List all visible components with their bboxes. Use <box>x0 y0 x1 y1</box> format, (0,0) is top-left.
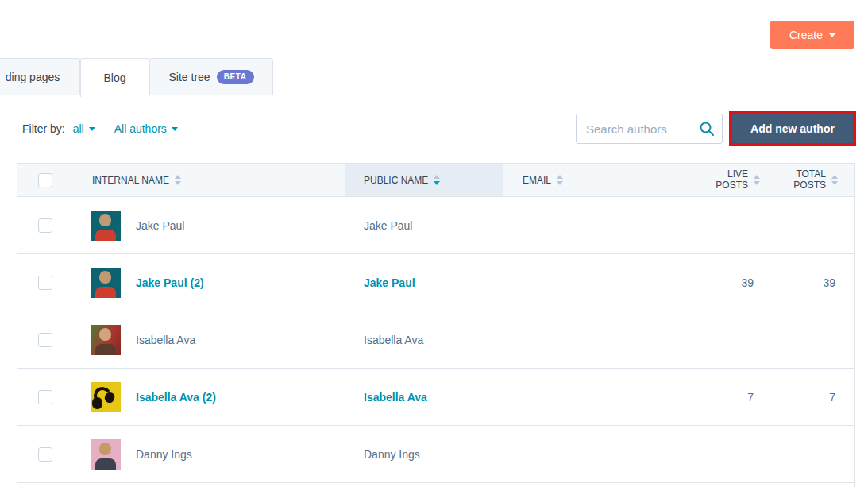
top-bar: Create <box>0 0 868 58</box>
live-posts-cell: 39 <box>680 276 763 289</box>
filter-type-value: all <box>73 122 84 135</box>
public-name-link[interactable]: Jake Paul <box>364 276 415 289</box>
create-button-label: Create <box>789 29 823 41</box>
filter-authors-dropdown[interactable]: All authors <box>114 122 178 135</box>
tab-site-tree[interactable]: Site tree BETA <box>149 58 273 95</box>
column-label: LIVE POSTS <box>713 169 748 191</box>
beta-badge: BETA <box>217 70 254 84</box>
tab-site-tree-label: Site tree <box>168 71 210 83</box>
chevron-down-icon <box>829 33 835 37</box>
internal-name-cell: Jake Paul (2) <box>73 268 345 298</box>
internal-name-cell: Isabella Ava (2) <box>73 382 345 412</box>
column-label: INTERNAL NAME <box>92 175 169 186</box>
public-name-cell: Isabella Ava <box>345 333 503 347</box>
internal-name: Jake Paul <box>136 219 184 232</box>
sort-arrows-icon <box>557 175 563 185</box>
column-label: TOTAL POSTS <box>791 169 826 191</box>
public-name: Jake Paul <box>364 219 412 232</box>
chevron-down-icon <box>89 127 95 131</box>
tab-blog-label: Blog <box>103 72 125 84</box>
row-checkbox[interactable] <box>38 218 52 233</box>
chevron-down-icon <box>172 127 178 131</box>
select-all-checkbox[interactable] <box>38 173 52 187</box>
public-name-link[interactable]: Isabella Ava <box>364 391 427 404</box>
filter-authors-value: All authors <box>114 122 167 135</box>
table-row: Jake Paul Jake Paul <box>17 197 854 254</box>
checkbox-cell <box>17 390 73 404</box>
total-posts-cell: 7 <box>763 391 856 404</box>
checkbox-cell <box>17 333 73 347</box>
column-header-email[interactable]: EMAIL <box>503 164 680 196</box>
author-avatar <box>91 439 121 470</box>
public-name: Danny Ings <box>364 448 420 461</box>
column-label: PUBLIC NAME <box>364 175 428 186</box>
tab-landing-pages-label: ding pages <box>6 71 60 83</box>
author-avatar <box>91 382 121 412</box>
search-box <box>576 114 723 144</box>
tab-bar: ding pages Blog Site tree BETA <box>0 58 868 95</box>
table-row: Jake Paul (2) Jake Paul 39 39 <box>17 254 854 311</box>
sort-arrows-icon <box>754 175 760 185</box>
internal-name-link[interactable]: Isabella Ava (2) <box>136 391 216 404</box>
authors-table: INTERNAL NAME PUBLIC NAME EMAIL LIVE POS… <box>17 163 855 487</box>
internal-name: Danny Ings <box>136 448 192 461</box>
table-row: Isabella Ava (2) Isabella Ava 7 7 <box>17 369 854 426</box>
row-checkbox[interactable] <box>38 276 52 290</box>
total-posts-cell: 39 <box>763 276 856 289</box>
create-button[interactable]: Create <box>770 21 854 49</box>
column-header-internal-name[interactable]: INTERNAL NAME <box>73 164 345 196</box>
author-avatar <box>91 325 121 355</box>
live-posts-cell: 7 <box>680 391 763 404</box>
row-checkbox[interactable] <box>38 447 52 462</box>
internal-name: Isabella Ava <box>136 334 195 346</box>
sort-arrows-icon <box>175 175 181 185</box>
table-row-partial <box>17 483 854 487</box>
filter-bar: Filter by: all All authors Add new autho… <box>22 111 856 146</box>
table-row: Isabella Ava Isabella Ava <box>17 311 854 369</box>
table-header-row: INTERNAL NAME PUBLIC NAME EMAIL LIVE POS… <box>17 164 854 197</box>
public-name-cell: Jake Paul <box>345 218 503 233</box>
checkbox-cell <box>17 276 73 290</box>
search-icon <box>699 121 715 137</box>
table-row: Danny Ings Danny Ings <box>17 426 854 483</box>
row-checkbox[interactable] <box>38 390 52 404</box>
internal-name-cell: Danny Ings <box>73 439 345 470</box>
sort-arrows-icon <box>831 175 838 185</box>
public-name-cell: Jake Paul <box>345 276 503 290</box>
select-all-cell <box>17 164 73 196</box>
sort-arrows-icon <box>434 175 440 185</box>
author-avatar <box>91 211 121 241</box>
column-header-total-posts[interactable]: TOTAL POSTS <box>763 164 856 196</box>
filter-by-label: Filter by: <box>22 122 65 135</box>
checkbox-cell <box>17 447 73 462</box>
filter-type-dropdown[interactable]: all <box>73 122 95 135</box>
public-name-cell: Danny Ings <box>345 447 503 462</box>
annotation-highlight-box: Add new author <box>729 111 856 146</box>
internal-name-link[interactable]: Jake Paul (2) <box>136 276 204 289</box>
public-name: Isabella Ava <box>364 334 423 346</box>
column-header-live-posts[interactable]: LIVE POSTS <box>680 164 763 196</box>
column-label: EMAIL <box>523 175 551 186</box>
public-name-cell: Isabella Ava <box>345 390 503 404</box>
add-new-author-button[interactable]: Add new author <box>732 114 853 143</box>
column-header-public-name[interactable]: PUBLIC NAME <box>345 164 503 196</box>
row-checkbox[interactable] <box>38 333 52 347</box>
internal-name-cell: Jake Paul <box>73 211 345 241</box>
checkbox-cell <box>17 218 73 233</box>
tab-blog[interactable]: Blog <box>80 58 149 97</box>
internal-name-cell: Isabella Ava <box>73 325 345 355</box>
tab-landing-pages[interactable]: ding pages <box>0 58 80 95</box>
author-avatar <box>91 268 121 298</box>
